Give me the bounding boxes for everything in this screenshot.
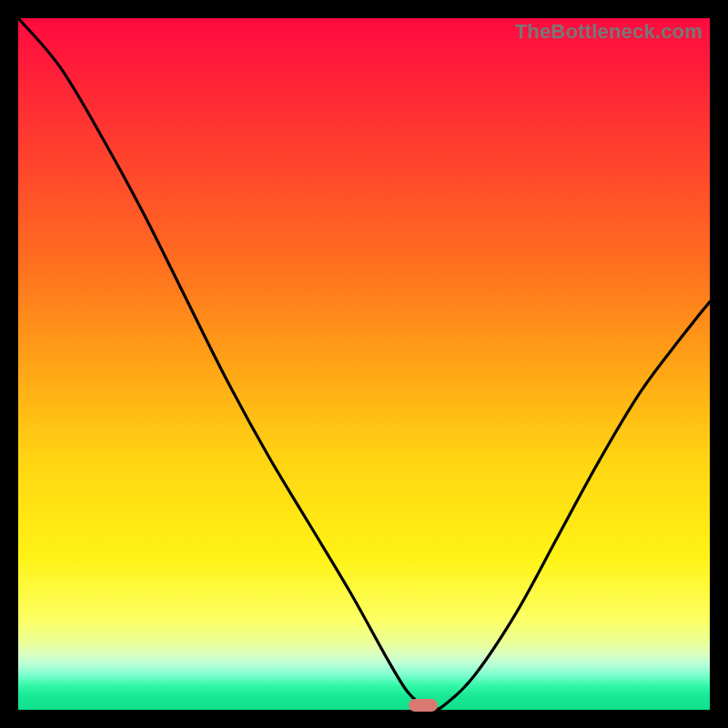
- optimal-point-marker: [409, 699, 438, 712]
- chart-frame: TheBottleneck.com: [0, 0, 728, 728]
- bottleneck-curve: [18, 18, 710, 710]
- plot-area: TheBottleneck.com: [18, 18, 710, 710]
